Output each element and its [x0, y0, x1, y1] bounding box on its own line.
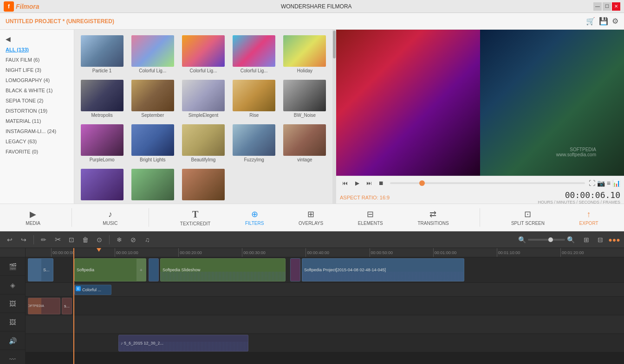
color-button[interactable]: ⊙ — [93, 234, 105, 246]
filter-item[interactable]: BW_Noise — [281, 78, 329, 120]
filter-item[interactable]: PurpleLomo — [78, 122, 126, 164]
back-button[interactable]: ◀ — [0, 33, 74, 45]
filter-item[interactable]: September — [129, 78, 176, 120]
filter-item[interactable]: BeautifyImg — [179, 122, 227, 164]
filter-item[interactable]: SimpleElegent — [179, 78, 227, 120]
clip-video-2[interactable]: Softpedia + — [74, 258, 146, 281]
image-track-icon: 🖼 — [9, 300, 16, 307]
filter-scroll[interactable] — [332, 30, 336, 204]
title-bar: f Filmora WONDERSHARE FILMORA — ☐ ✕ — [0, 0, 624, 13]
toolbar-item-filters[interactable]: ⊕ FILTERS — [241, 207, 267, 228]
filter-thumb — [131, 80, 174, 111]
filter-item[interactable]: vintage — [281, 122, 329, 164]
filter-item[interactable] — [179, 167, 227, 204]
preview-timeline-slider[interactable] — [390, 182, 585, 184]
toolbar-item-overlays[interactable]: ⊞ OVERLAYS — [295, 207, 327, 228]
stop-button[interactable]: ⏹ — [376, 178, 386, 188]
save-icon[interactable]: 💾 — [599, 17, 608, 26]
clip-video-5[interactable] — [290, 258, 300, 281]
app-logo: f Filmora — [4, 1, 39, 12]
skip-end-button[interactable]: ⏭ — [364, 178, 374, 188]
filter-item[interactable]: Particle 1 — [78, 33, 126, 75]
pen-button[interactable]: ✏ — [38, 234, 50, 246]
toolbar-item-split screen[interactable]: ⊡ SPLIT SCREEN — [507, 207, 548, 228]
category-item[interactable]: INSTAGRAM-LI... (24) — [0, 126, 74, 136]
category-item[interactable]: MATERIAL (11) — [0, 116, 74, 126]
audio-meter-button[interactable]: ●●● — [608, 234, 620, 246]
snapshot-icon[interactable]: 📷 — [597, 179, 605, 187]
scissors-button[interactable]: ✂ — [52, 234, 64, 246]
cart-icon[interactable]: 🛒 — [586, 17, 595, 26]
filter-item[interactable]: FuzzyImg — [230, 122, 278, 164]
filter-item[interactable]: Bright Lights — [129, 122, 176, 164]
delete-button[interactable]: 🗑 — [79, 234, 91, 246]
toolbar-separator-2 — [109, 235, 110, 244]
maximize-button[interactable]: ☐ — [603, 2, 611, 11]
snap-button[interactable]: ⊟ — [594, 234, 606, 246]
redo-button[interactable]: ↪ — [18, 234, 30, 246]
category-item[interactable]: FAVORITE (0) — [0, 147, 74, 157]
filter-item[interactable] — [129, 167, 176, 204]
crop-button[interactable]: ⊡ — [65, 234, 78, 246]
volume-icon[interactable]: 📊 — [612, 179, 620, 187]
close-button[interactable]: ✕ — [612, 2, 620, 11]
clip-video-6[interactable]: Softpedia Project[2015-04-08 02-48-14-04… — [302, 258, 464, 281]
category-item[interactable]: DISTORTION (19) — [0, 106, 74, 116]
category-item[interactable]: ALL (133) — [0, 45, 74, 55]
toolbar-item-elements[interactable]: ⊟ ELEMENTS — [354, 207, 387, 228]
clip-audio-1[interactable]: ♪ 5_6_2015 12_30_2... — [118, 335, 248, 351]
zoom-out-icon[interactable]: 🔍 — [518, 236, 526, 243]
category-item[interactable]: LEGACY (63) — [0, 136, 74, 147]
undo-button[interactable]: ↩ — [4, 234, 16, 246]
filter-item[interactable]: Colorful Lig... — [129, 33, 176, 75]
toolbar-icon-music: ♪ — [108, 210, 112, 219]
fullscreen-icon[interactable]: ⛶ — [589, 179, 595, 187]
toolbar-item-export[interactable]: ↑ EXPORT — [576, 208, 602, 228]
clip-video-3[interactable] — [149, 258, 159, 281]
filter-item[interactable]: Rise — [230, 78, 278, 120]
filter-thumb — [131, 124, 174, 156]
play-button[interactable]: ▶ — [352, 178, 362, 188]
category-item[interactable]: LOMOGRAPHY (4) — [0, 75, 74, 85]
settings2-icon[interactable]: ≡ — [607, 179, 611, 187]
project-title: UNTITLED PROJECT * (UNREGISTERED) — [6, 18, 114, 25]
category-item[interactable]: NIGHT LIFE (3) — [0, 65, 74, 75]
clip-image-2[interactable]: s... — [62, 298, 72, 314]
detach-button[interactable]: ⊘ — [127, 234, 139, 246]
filter-item[interactable] — [78, 167, 126, 204]
toolbar-item-transitions[interactable]: ⇄ TRANSITIONS — [414, 207, 452, 228]
clip-video-1[interactable]: S... — [28, 258, 53, 281]
playhead-marker — [97, 248, 101, 252]
filter-item[interactable]: Holiday — [281, 33, 329, 75]
fit-timeline-button[interactable]: ⊞ — [580, 234, 592, 246]
toolbar-label-split screen: SPLIT SCREEN — [511, 221, 545, 226]
filter-item[interactable]: Colorful Lig... — [230, 33, 278, 75]
add-audio-button[interactable]: ♫ — [141, 234, 153, 246]
filter-thumb — [131, 35, 174, 67]
toolbar-item-media[interactable]: ▶ MEDIA — [22, 207, 44, 228]
category-item[interactable]: BLACK & WHITE (1) — [0, 85, 74, 96]
ruler-mark: 00:00:40:00 — [306, 248, 369, 257]
filter-item[interactable]: Colorful Lig... — [179, 33, 227, 75]
zoom-slider[interactable] — [528, 239, 565, 241]
category-item[interactable]: SEPIA TONE (2) — [0, 96, 74, 106]
skip-start-button[interactable]: ⏮ — [340, 178, 350, 188]
category-item[interactable]: FAUX FILM (6) — [0, 55, 74, 65]
clip-effect-1[interactable]: E Colorful ... — [74, 285, 111, 295]
timeline-thumb[interactable] — [419, 180, 425, 186]
toolbar-item-text-credit[interactable]: T TEXT/CREDIT — [176, 207, 214, 228]
track-label-image2: 🖼 — [0, 313, 25, 332]
filter-item[interactable]: Metropolis — [78, 78, 126, 120]
filter-label: BW_Noise — [294, 113, 316, 118]
freeze-button[interactable]: ❄ — [113, 234, 125, 246]
clip-thumb-3 — [149, 259, 159, 281]
logo-icon: f — [4, 1, 14, 12]
toolbar-item-music[interactable]: ♪ MUSIC — [99, 208, 121, 228]
minimize-button[interactable]: — — [593, 2, 602, 11]
clip-video-4[interactable]: Softpedia Slideshow — [160, 258, 286, 281]
toolbar-icon-export: ↑ — [587, 210, 591, 219]
clip-image-1[interactable]: SOFTPEDIA — [28, 298, 60, 314]
clip-thumb-img-1: SOFTPEDIA — [28, 298, 41, 314]
settings-icon[interactable]: ⚙ — [612, 17, 618, 26]
zoom-in-icon[interactable]: 🔍 — [567, 236, 575, 243]
